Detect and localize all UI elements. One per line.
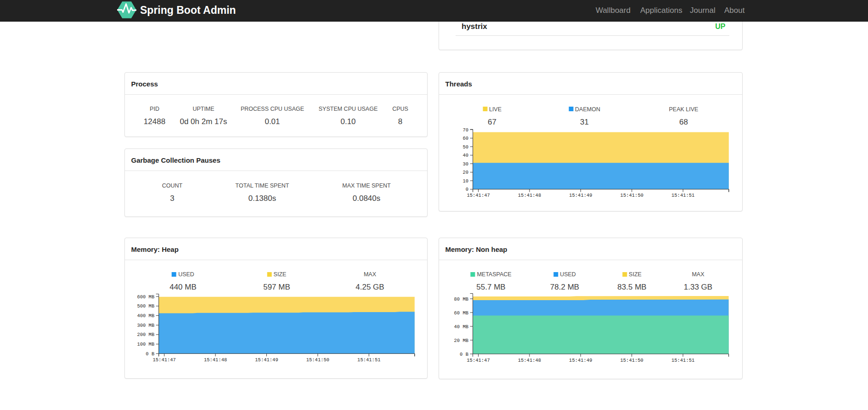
svg-text:15:41:50: 15:41:50: [620, 358, 643, 363]
svg-text:20 MB: 20 MB: [454, 338, 468, 343]
svg-text:15:41:49: 15:41:49: [569, 358, 592, 363]
svg-text:40 MB: 40 MB: [454, 324, 468, 330]
svg-text:80 MB: 80 MB: [454, 296, 468, 302]
svg-text:15:41:51: 15:41:51: [671, 358, 694, 363]
svg-text:0 B: 0 B: [460, 352, 468, 357]
svg-text:15:41:48: 15:41:48: [518, 358, 541, 363]
svg-text:15:41:47: 15:41:47: [467, 358, 490, 363]
svg-text:60 MB: 60 MB: [454, 310, 468, 316]
